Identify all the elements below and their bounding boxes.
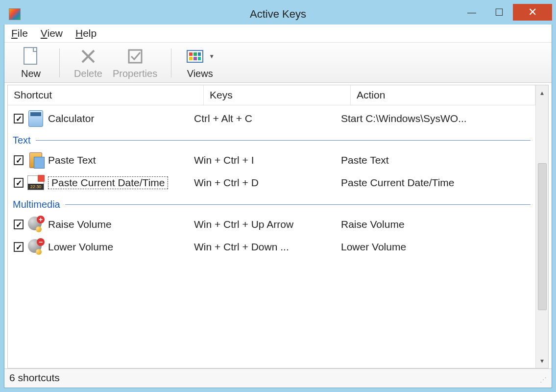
shortcut-list[interactable]: Shortcut Keys Action CalculatorCtrl + Al… [8, 85, 535, 368]
maximize-button[interactable]: ☐ [485, 4, 513, 21]
paste-text-icon [27, 152, 44, 169]
col-shortcut-header[interactable]: Shortcut [8, 85, 204, 105]
item-action: Start C:\Windows\SysWO... [339, 113, 532, 124]
item-keys: Win + Ctrl + I [192, 154, 339, 166]
paste-date-icon [27, 174, 44, 191]
menu-file[interactable]: File [11, 27, 28, 39]
group-label: Text [13, 135, 31, 146]
delete-icon [78, 47, 98, 66]
statusbar-text: 6 shortcuts [9, 372, 60, 384]
toolbar: New Delete Properties [4, 43, 552, 83]
item-action: Paste Current Date/Time [339, 177, 532, 189]
enable-checkbox[interactable] [14, 178, 24, 188]
properties-icon [125, 47, 145, 66]
item-keys: Win + Ctrl + Up Arrow [192, 219, 339, 230]
calculator-icon [27, 110, 44, 127]
enable-checkbox[interactable] [14, 114, 24, 123]
content-area: Shortcut Keys Action CalculatorCtrl + Al… [7, 85, 549, 368]
app-icon [9, 8, 21, 20]
item-name: Raise Volume [48, 219, 112, 230]
titlebar[interactable]: Active Keys — ☐ ✕ [4, 4, 552, 24]
delete-button: Delete [69, 47, 108, 79]
resize-grip-icon[interactable]: ⋰ [540, 376, 547, 384]
scroll-thumb[interactable] [538, 163, 547, 310]
views-button[interactable]: ▼ Views [180, 47, 219, 79]
group-header: Text [8, 130, 535, 149]
delete-label: Delete [74, 68, 102, 79]
list-item[interactable]: CalculatorCtrl + Alt + CStart C:\Windows… [8, 107, 535, 130]
chevron-down-icon: ▼ [209, 53, 215, 60]
vertical-scrollbar[interactable]: ▴ ▾ [535, 85, 548, 368]
enable-checkbox[interactable] [14, 155, 24, 165]
close-button[interactable]: ✕ [513, 4, 552, 21]
new-label: New [21, 68, 41, 79]
col-keys-header[interactable]: Keys [204, 85, 351, 105]
group-label: Multimedia [13, 199, 60, 210]
svg-rect-0 [24, 48, 37, 64]
menu-view[interactable]: View [41, 27, 63, 39]
col-action-header[interactable]: Action [351, 85, 535, 105]
item-name: Paste Current Date/Time [48, 176, 168, 189]
app-window: Active Keys — ☐ ✕ File View Help New [4, 4, 552, 388]
views-icon [185, 47, 205, 66]
item-keys: Win + Ctrl + Down ... [192, 241, 339, 253]
new-button[interactable]: New [11, 47, 50, 79]
item-keys: Win + Ctrl + D [192, 177, 339, 189]
column-headers: Shortcut Keys Action [8, 85, 535, 105]
window-title: Active Keys [250, 8, 306, 21]
scroll-up-icon[interactable]: ▴ [536, 85, 548, 100]
scroll-down-icon[interactable]: ▾ [536, 353, 548, 368]
minimize-button[interactable]: — [458, 4, 485, 21]
views-label: Views [187, 68, 213, 79]
list-item[interactable]: +Raise VolumeWin + Ctrl + Up ArrowRaise … [8, 213, 535, 236]
item-action: Paste Text [339, 154, 532, 166]
properties-label: Properties [113, 68, 157, 79]
list-item[interactable]: Paste TextWin + Ctrl + IPaste Text [8, 149, 535, 172]
volume-down-icon: − [27, 239, 44, 255]
item-action: Lower Volume [339, 241, 532, 253]
list-item[interactable]: Paste Current Date/TimeWin + Ctrl + DPas… [8, 172, 535, 194]
item-name: Paste Text [48, 154, 96, 166]
svg-rect-1 [129, 50, 142, 63]
enable-checkbox[interactable] [14, 242, 24, 252]
menubar: File View Help [4, 24, 552, 43]
properties-button: Properties [108, 47, 162, 79]
volume-up-icon: + [27, 216, 44, 233]
item-action: Raise Volume [339, 219, 532, 230]
menu-help[interactable]: Help [75, 27, 97, 39]
statusbar: 6 shortcuts ⋰ [4, 368, 552, 388]
list-item[interactable]: −Lower VolumeWin + Ctrl + Down ...Lower … [8, 236, 535, 258]
item-name: Lower Volume [48, 241, 113, 253]
item-keys: Ctrl + Alt + C [192, 113, 339, 124]
group-header: Multimedia [8, 194, 535, 213]
new-file-icon [21, 47, 41, 66]
item-name: Calculator [48, 113, 95, 124]
enable-checkbox[interactable] [14, 220, 24, 229]
